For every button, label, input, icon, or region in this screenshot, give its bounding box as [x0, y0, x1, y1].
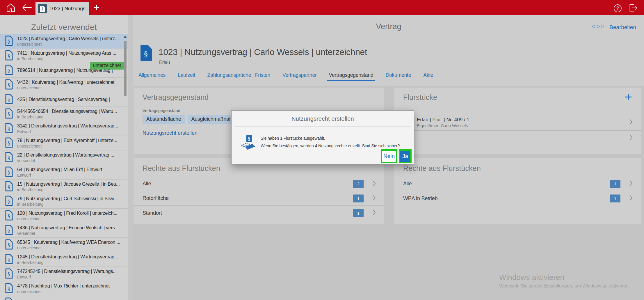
dialog-divider	[234, 126, 411, 127]
ja-button[interactable]: Ja	[400, 151, 410, 162]
open-record-tab[interactable]: § 1023 | Nutzungs...	[35, 2, 89, 15]
list-item[interactable]: § 64 | Nutzungsvertrag | Milan Erff | En…	[0, 165, 128, 180]
tag-chip[interactable]: Abstandsfläche	[143, 115, 185, 124]
svg-text:§: §	[8, 68, 10, 73]
edit-button[interactable]: Bearbeiten	[609, 24, 636, 31]
count-badge: 1	[353, 209, 364, 217]
svg-text:§: §	[8, 198, 10, 204]
svg-text:§: §	[8, 242, 10, 248]
list-item[interactable]: § 544456546654 | Dienstleistungsvertrag …	[0, 107, 128, 121]
list-item-status: versendet	[17, 158, 122, 163]
list-item[interactable]: § 65345 | Kaufvertrag | Kaufvertrag WEA …	[0, 238, 128, 252]
chevron-right-icon[interactable]	[372, 209, 376, 217]
chevron-right-icon[interactable]	[629, 195, 633, 202]
dialog-title: Nutzungsrecht erstellen	[232, 116, 414, 122]
list-item-status: unterzeichnet	[17, 216, 122, 221]
new-tab-plus-icon[interactable]: +	[91, 1, 102, 14]
list-item[interactable]: § 7411 | Nutzungsvertrag | Nutzungsverta…	[0, 49, 128, 63]
scrollbar-up-arrow[interactable]	[123, 35, 127, 38]
list-item[interactable]: § 15 | Nutzungsvertrag | Jacques Grezell…	[0, 180, 128, 194]
contract-tab-icon: §	[38, 4, 47, 13]
chevron-right-icon[interactable]	[629, 119, 633, 126]
detail-tab[interactable]: Akte	[421, 72, 435, 81]
card-heading: Vertragsgegenstand	[143, 93, 376, 102]
detail-tab[interactable]: Laufzeit	[176, 72, 197, 81]
list-item-status: unterzeichnet	[17, 86, 122, 90]
svg-text:§: §	[8, 286, 10, 292]
list-item[interactable]: § 1023 | Nutzungsvertrag | Carlo Wessels…	[0, 34, 128, 49]
svg-text:§: §	[8, 140, 10, 146]
back-arrow-icon[interactable]	[22, 3, 32, 13]
chevron-right-icon[interactable]	[372, 180, 376, 188]
open-record-tab-label: 1023 | Nutzungs...	[49, 6, 89, 12]
create-nutzungsrecht-link[interactable]: Nutzungsrecht erstellen	[143, 130, 198, 136]
list-item[interactable]: § 425 | Dienstleistungsvertrag | Service…	[0, 92, 128, 107]
svg-text:§: §	[8, 97, 10, 102]
chevron-right-icon[interactable]	[629, 134, 633, 142]
flurstueck-row[interactable]: Erlau | Flur: | Nr: 409 / 1 Eigentümer: …	[394, 114, 641, 131]
svg-text:§: §	[42, 7, 43, 11]
list-item-title: 3142 | Dienstleistungsvertrag | Wartungs…	[17, 123, 122, 129]
list-item[interactable]: § 79 | Nutzungsvertrag | Curt Schliwinsk…	[0, 194, 128, 209]
list-item-title: 425 | Dienstleistungsvertrag | Serviceve…	[17, 97, 122, 102]
logout-icon[interactable]	[629, 4, 638, 13]
detail-tab[interactable]: Vertragsgegenstand	[327, 72, 375, 81]
rights-row[interactable]: WEA in Betrieb 1	[394, 191, 641, 206]
list-item-title: 1436 | Nutzungsvertrag | Enrique Wintsch…	[17, 225, 122, 230]
list-item-title: 4778 | Nachtrag | Max Richter | unterzei…	[17, 283, 122, 289]
application-window: § 1023 | Nutzungs... + ? Zuletzt verwend…	[0, 0, 644, 300]
help-icon[interactable]: ?	[614, 4, 622, 12]
list-item-status: in Bearbeitung	[17, 202, 122, 207]
list-item-title: 747245245 | Dienstleistungsvertrag | War…	[17, 269, 122, 274]
nein-button-highlight: Nein	[381, 149, 397, 163]
rights-row[interactable]: Alle 2	[134, 177, 384, 191]
svg-text:§: §	[8, 155, 10, 161]
list-item-title: 78 | Nutzungsvertrag | Ediz Ayremhoff | …	[17, 138, 122, 143]
list-item[interactable]: § V432 | Kaufvertrag | Kaufvertrag | unt…	[0, 78, 128, 92]
svg-text:§: §	[8, 53, 10, 59]
add-flurstueck-plus-icon[interactable]: +	[625, 90, 632, 103]
rights-list: Alle 2 Rotorfläche 1 Standort 1	[134, 177, 384, 220]
list-item[interactable]: § 22 | Dienstleistungsvertrag | Wartungs…	[0, 150, 128, 165]
list-item-status: unterzeichnet	[17, 246, 122, 250]
list-item-status: unterzeichnet	[17, 42, 122, 47]
contract-document-icon: §	[5, 93, 13, 106]
list-item-title: 22 | Dienstleistungsvertrag | Wartungsve…	[17, 152, 122, 158]
list-item[interactable]: § 3142 | Dienstleistungsvertrag | Wartun…	[0, 121, 128, 136]
detail-tab[interactable]: Dokumente	[384, 72, 413, 81]
list-item-status: in Bearbeitung	[17, 187, 122, 192]
detail-tab[interactable]: Allgemeines	[137, 72, 167, 81]
chevron-right-icon[interactable]	[372, 195, 376, 202]
contract-document-icon: §	[5, 297, 13, 300]
list-item[interactable]: § 747245245 | Dienstleistungsvertrag | W…	[0, 267, 128, 281]
list-item[interactable]: § 120 | Nutzungsvertrag | Fred Koroll | …	[0, 209, 128, 223]
more-options-icon[interactable]	[592, 25, 604, 28]
rights-row-label: Alle	[143, 181, 151, 187]
page-title: Vertrag	[133, 22, 644, 31]
flurstueck-title: Erlau | Flur: | Nr: 409 / 1	[417, 117, 469, 123]
svg-text:§: §	[8, 228, 10, 233]
contract-document-icon: §	[5, 152, 13, 164]
list-item-title: 1245 | Dienstleistungsvertrag | Wartungs…	[17, 254, 122, 260]
list-item[interactable]: § 4778 | Nachtrag | Max Richter | unterz…	[0, 281, 128, 296]
list-item[interactable]: § 78 | Nutzungsvertrag | Ediz Ayremhoff …	[0, 136, 128, 150]
rights-row[interactable]: Alle 1	[394, 177, 641, 191]
rechte-aus-flurstuecken-card-right: Rechte aus Flurstücken Alle 1 WEA in Bet…	[394, 158, 641, 224]
contract-document-icon: §	[5, 123, 13, 135]
svg-text:§: §	[8, 82, 10, 88]
flurstueck-row[interactable]	[394, 131, 641, 145]
rights-row[interactable]: Rotorfläche 1	[134, 191, 384, 206]
list-item[interactable]: § 1436 | Nutzungsvertrag | Enrique Wints…	[0, 223, 128, 238]
list-item[interactable]: § 4777 | Nutzungsvertrag | Max Richter |…	[0, 296, 128, 300]
chevron-right-icon[interactable]	[629, 180, 633, 188]
list-item[interactable]: § 1245 | Dienstleistungsvertrag | Wartun…	[0, 252, 128, 267]
sidebar-title: Zuletzt verwendet	[0, 23, 128, 32]
detail-tab[interactable]: Zahlungsansprüche | Fristen	[206, 72, 272, 81]
nein-button[interactable]: Nein	[382, 151, 396, 162]
watermark-line1: Windows aktivieren	[499, 273, 630, 282]
home-icon[interactable]	[6, 3, 16, 13]
list-item-status: unterzeichnet	[17, 144, 122, 148]
rights-row[interactable]: Standort 1	[134, 206, 384, 220]
detail-tab[interactable]: Vertragspartner	[281, 72, 319, 81]
scrollbar-thumb[interactable]	[124, 41, 127, 96]
